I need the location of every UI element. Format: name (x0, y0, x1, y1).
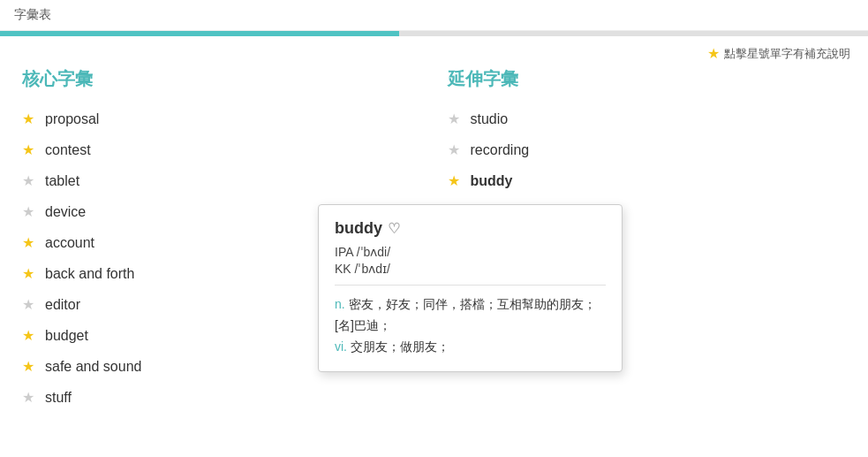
star-icon-safe-and-sound: ★ (22, 358, 38, 375)
columns-container: 核心字彙 ★ proposal ★ contest ★ tablet ★ dev… (0, 67, 868, 413)
star-icon-stuff: ★ (22, 389, 38, 406)
word-text-device: device (45, 204, 86, 220)
star-icon-editor: ★ (22, 296, 38, 313)
popup-word: buddy (335, 219, 382, 238)
word-text-buddy: buddy (471, 173, 513, 189)
star-icon-buddy: ★ (448, 172, 464, 189)
word-text-budget: budget (45, 328, 88, 344)
star-icon-contest: ★ (22, 141, 38, 158)
word-text-editor: editor (45, 297, 80, 313)
core-column-header: 核心字彙 (18, 67, 426, 91)
heart-icon[interactable]: ♡ (388, 220, 400, 237)
word-popup: buddy ♡ IPA /ˈbʌdi/ KK /ˈbʌdɪ/ n. 密友，好友；… (318, 204, 623, 372)
star-icon-proposal: ★ (22, 110, 38, 127)
star-icon-studio: ★ (448, 110, 464, 127)
popup-title: buddy ♡ (335, 219, 606, 238)
word-text-back-and-forth: back and forth (45, 266, 134, 282)
star-icon-tablet: ★ (22, 172, 38, 189)
popup-pos-n: n. (335, 297, 345, 311)
page-title: 字彙表 (14, 7, 51, 21)
popup-def-vi: 交朋友；做朋友； (351, 339, 449, 354)
popup-kk-value: /ˈbʌdɪ/ (355, 262, 390, 276)
popup-kk-label: KK (335, 262, 351, 276)
word-item-studio[interactable]: ★ studio (443, 103, 851, 134)
popup-pos-vi: vi. (335, 339, 347, 354)
word-text-recording: recording (471, 142, 530, 158)
word-text-proposal: proposal (45, 111, 99, 127)
word-item-tablet[interactable]: ★ tablet (18, 165, 426, 196)
popup-kk: KK /ˈbʌdɪ/ (335, 262, 606, 276)
popup-def-n: 密友，好友；同伴，搭檔；互相幫助的朋友；[名]巴迪； (335, 297, 596, 332)
word-text-stuff: stuff (45, 390, 72, 406)
word-text-safe-and-sound: safe and sound (45, 359, 141, 375)
word-text-account: account (45, 235, 94, 251)
word-item-recording[interactable]: ★ recording (443, 134, 851, 165)
star-icon: ★ (707, 45, 720, 62)
word-item-stuff[interactable]: ★ stuff (18, 382, 426, 413)
star-note-row: ★ 點擊星號單字有補充說明 (0, 36, 868, 67)
star-icon-back-and-forth: ★ (22, 265, 38, 282)
popup-ipa: IPA /ˈbʌdi/ (335, 245, 606, 259)
star-icon-device: ★ (22, 203, 38, 220)
star-icon-budget: ★ (22, 327, 38, 344)
popup-ipa-label: IPA (335, 245, 353, 259)
word-text-tablet: tablet (45, 173, 79, 189)
top-bar: 字彙表 (0, 0, 868, 31)
popup-divider (335, 285, 606, 286)
word-item-buddy[interactable]: ★ buddy (443, 165, 851, 196)
extended-column-header: 延伸字彙 (443, 67, 851, 91)
word-text-studio: studio (471, 111, 509, 127)
popup-definitions: n. 密友，好友；同伴，搭檔；互相幫助的朋友；[名]巴迪； vi. 交朋友；做朋… (335, 294, 606, 357)
star-note-text: 點擊星號單字有補充說明 (724, 46, 850, 62)
word-text-contest: contest (45, 142, 91, 158)
word-item-proposal[interactable]: ★ proposal (18, 103, 426, 134)
word-item-contest[interactable]: ★ contest (18, 134, 426, 165)
popup-ipa-value: /ˈbʌdi/ (357, 245, 390, 259)
star-icon-recording: ★ (448, 141, 464, 158)
star-icon-account: ★ (22, 234, 38, 251)
